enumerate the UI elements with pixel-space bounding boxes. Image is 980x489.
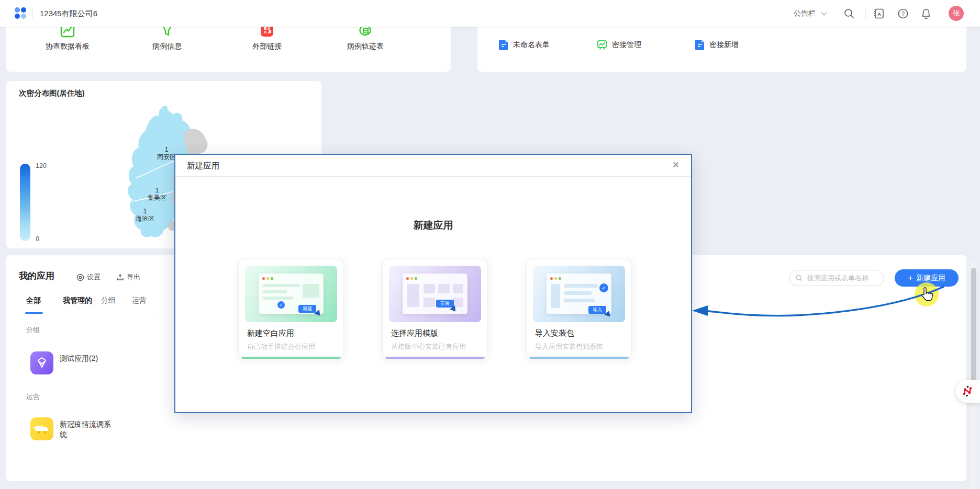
check-icon: ✓ [277, 301, 285, 309]
page: 协查数据看板 病例信息 外部链接 病例轨 [0, 0, 980, 489]
quick-link-contact-new[interactable]: 密接新增 [695, 39, 739, 51]
tab-all[interactable]: 全部 [26, 296, 41, 305]
export-button[interactable]: 导出 [116, 272, 140, 282]
address-book-icon[interactable]: A [873, 8, 885, 19]
gear-icon [76, 274, 84, 281]
chevron-down-icon [821, 9, 827, 15]
divider [32, 9, 33, 18]
new-app-modal: 新建应用 ✕ 新建应用 ✓ 新建 新建空白应用 自己动手搭建办公应用 [174, 154, 692, 413]
modal-header-title: 新建应用 [187, 155, 219, 176]
help-icon[interactable]: ? [897, 8, 909, 19]
region-name: 集美区 [148, 194, 166, 201]
badge-new: 新建 [298, 305, 316, 313]
bell-icon[interactable] [920, 8, 932, 19]
option-blank-app[interactable]: ✓ 新建 新建空白应用 自己动手搭建办公应用 [238, 259, 344, 359]
divider [865, 9, 866, 18]
region-value: 1 [143, 208, 147, 215]
legend-min-label: 0 [36, 235, 39, 243]
svg-text:?: ? [901, 10, 905, 17]
check-icon: ✓ [599, 283, 608, 292]
quick-link-label: 协查数据看板 [46, 42, 90, 51]
top-navbar: 12345有限公司6 公告栏 A ? 张 [0, 0, 980, 27]
quick-link-label: 病例轨迹表 [347, 42, 384, 51]
option-desc: 自己动手搭建办公应用 [247, 342, 315, 351]
gem-app-icon [30, 351, 53, 374]
modal-header: 新建应用 ✕ [175, 155, 691, 177]
quick-link-label: 密接管理 [612, 40, 641, 50]
quick-link-label: 密接新增 [709, 40, 739, 50]
app-item-covid[interactable]: 新冠疫情流调系统 [30, 417, 116, 440]
option-title: 新建空白应用 [247, 328, 294, 338]
quick-link-unnamed-form[interactable]: 未命名表单 [498, 39, 550, 51]
blank-app-illustration: ✓ 新建 [245, 266, 337, 322]
app-search-box[interactable] [789, 270, 884, 286]
create-app-label: 新建应用 [916, 274, 945, 283]
option-title: 选择应用模版 [391, 328, 438, 338]
option-import-package[interactable]: ✓ 导入 导入安装包 导入应用安装包到系统 [526, 259, 632, 359]
export-label: 导出 [127, 272, 140, 282]
tab-operation[interactable]: 运营 [132, 296, 147, 305]
extension-logo-pill[interactable] [956, 380, 980, 403]
region-value: 1 [165, 146, 169, 153]
active-tab-underline [25, 312, 43, 314]
quick-link-contact-manage[interactable]: 密接管理 [596, 39, 641, 51]
map-legend-gradient [20, 164, 30, 241]
announcement-label: 公告栏 [794, 9, 816, 17]
option-template-app[interactable]: 安装 选择应用模版 从模版中心安装已有应用 [382, 259, 488, 359]
create-app-button[interactable]: + 新建应用 [895, 269, 959, 287]
group-label: 运营 [26, 392, 40, 402]
app-name: 测试应用(2) [60, 354, 98, 363]
red-n-logo-icon [961, 384, 974, 398]
option-desc: 从模版中心安装已有应用 [391, 342, 466, 351]
truck-app-icon [30, 417, 53, 440]
quick-link-label: 外部链接 [252, 42, 282, 51]
tab-group[interactable]: 分组 [101, 296, 116, 305]
settings-button[interactable]: 设置 [76, 272, 101, 282]
region-name: 海沧区 [136, 215, 154, 222]
export-icon [116, 274, 124, 281]
svg-text:A: A [877, 12, 881, 17]
blue-form-icon [695, 39, 705, 51]
announcement-dropdown[interactable]: 公告栏 [794, 0, 825, 27]
badge-import: 导入 [588, 306, 606, 314]
scrollbar-thumb[interactable] [971, 268, 976, 386]
option-desc: 导入应用安装包到系统 [535, 342, 603, 351]
company-name: 12345有限公司6 [40, 0, 97, 27]
quick-link-label: 未命名表单 [513, 40, 550, 50]
blue-form-icon [498, 39, 509, 51]
import-package-illustration: ✓ 导入 [533, 266, 625, 322]
search-input[interactable] [806, 274, 882, 282]
region-name: 同安区 [157, 153, 176, 161]
template-app-illustration: 安装 [389, 266, 481, 322]
modal-title: 新建应用 [175, 219, 691, 232]
map-title: 次密分布图(居住地) [19, 88, 85, 98]
legend-max-label: 120 [36, 162, 47, 169]
app-item-test[interactable]: 测试应用(2) [30, 351, 98, 374]
plus-icon: + [908, 274, 913, 282]
green-board-icon [596, 39, 608, 51]
search-icon [795, 274, 803, 282]
settings-label: 设置 [87, 272, 101, 282]
badge-install: 安装 [436, 300, 454, 308]
option-title: 导入安装包 [535, 328, 574, 338]
tab-managed[interactable]: 我管理的 [63, 296, 92, 305]
my-apps-title: 我的应用 [19, 270, 54, 282]
region-value: 1 [155, 187, 159, 194]
app-name: 新冠疫情流调系统 [60, 419, 116, 439]
group-label: 分组 [26, 325, 40, 335]
workspace-logo-icon[interactable] [15, 7, 27, 20]
search-icon[interactable] [843, 8, 855, 19]
divider [942, 9, 942, 18]
close-icon[interactable]: ✕ [672, 160, 680, 170]
quick-link-label: 病例信息 [152, 42, 182, 51]
avatar[interactable]: 张 [949, 6, 964, 21]
